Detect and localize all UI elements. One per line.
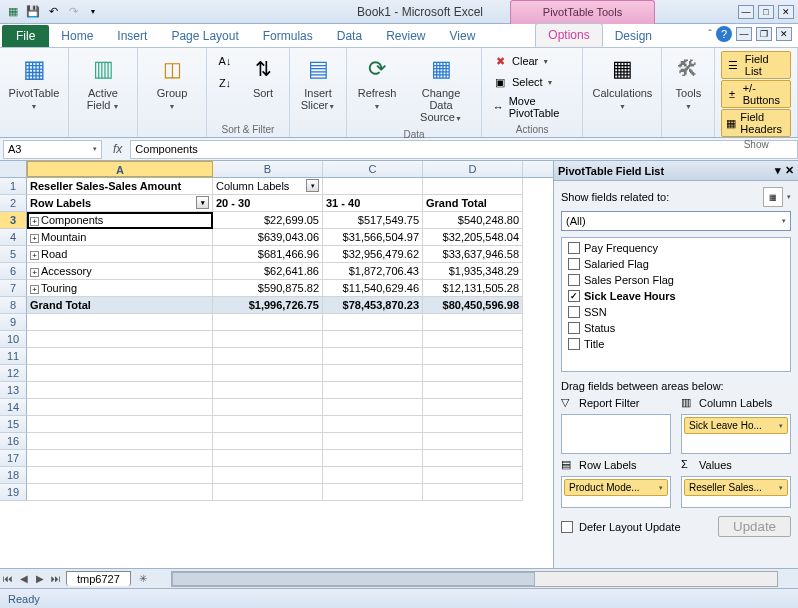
tab-options[interactable]: Options	[535, 23, 602, 47]
cell-A10[interactable]	[27, 331, 213, 348]
cell-A8[interactable]: Grand Total	[27, 297, 213, 314]
row-header[interactable]: 7	[0, 280, 27, 297]
expand-icon[interactable]: +	[30, 217, 39, 226]
cell-C16[interactable]	[323, 433, 423, 450]
select-all-corner[interactable]	[0, 161, 27, 177]
defer-checkbox[interactable]	[561, 521, 573, 533]
field-checkbox[interactable]	[568, 322, 580, 334]
tab-review[interactable]: Review	[374, 25, 437, 47]
row-header[interactable]: 6	[0, 263, 27, 280]
cell-C2[interactable]: 31 - 40	[323, 195, 423, 212]
tab-nav-last-icon[interactable]: ⏭	[48, 571, 64, 587]
tab-view[interactable]: View	[438, 25, 488, 47]
tab-nav-next-icon[interactable]: ▶	[32, 571, 48, 587]
tab-page-layout[interactable]: Page Layout	[159, 25, 250, 47]
expand-icon[interactable]: +	[30, 268, 39, 277]
field-item[interactable]: Pay Frequency	[564, 240, 788, 256]
doc-close-button[interactable]: ✕	[776, 27, 792, 41]
cell-A16[interactable]	[27, 433, 213, 450]
cell-A7[interactable]: +Touring	[27, 280, 213, 297]
cell-B3[interactable]: $22,699.05	[213, 212, 323, 229]
row-labels-zone[interactable]: Product Mode...▾	[561, 476, 671, 508]
row-header[interactable]: 16	[0, 433, 27, 450]
tools-button[interactable]: 🛠 Tools▼	[668, 51, 708, 115]
cell-C8[interactable]: $78,453,870.23	[323, 297, 423, 314]
cell-A17[interactable]	[27, 450, 213, 467]
column-labels-zone[interactable]: Sick Leave Ho...▾	[681, 414, 791, 454]
cell-C6[interactable]: $1,872,706.43	[323, 263, 423, 280]
tab-nav-prev-icon[interactable]: ◀	[16, 571, 32, 587]
pane-dropdown-icon[interactable]: ▾	[775, 164, 781, 177]
fx-icon[interactable]: fx	[105, 142, 130, 156]
name-box[interactable]: A3▾	[3, 140, 102, 159]
pivottable-button[interactable]: ▦ PivotTable▼	[6, 51, 62, 115]
row-header[interactable]: 19	[0, 484, 27, 501]
tab-insert[interactable]: Insert	[105, 25, 159, 47]
row-header[interactable]: 1	[0, 178, 27, 195]
sort-za-button[interactable]: Z↓	[213, 73, 237, 93]
cell-B12[interactable]	[213, 365, 323, 382]
cell-B1[interactable]: Column Labels▾	[213, 178, 323, 195]
cell-D8[interactable]: $80,450,596.98	[423, 297, 523, 314]
cell-D19[interactable]	[423, 484, 523, 501]
pane-close-icon[interactable]: ✕	[785, 164, 794, 177]
redo-icon[interactable]: ↷	[64, 3, 82, 21]
cell-C9[interactable]	[323, 314, 423, 331]
field-item[interactable]: Status	[564, 320, 788, 336]
cell-D6[interactable]: $1,935,348.29	[423, 263, 523, 280]
cell-A5[interactable]: +Road	[27, 246, 213, 263]
field-checkbox[interactable]	[568, 242, 580, 254]
cell-D15[interactable]	[423, 416, 523, 433]
cell-A3[interactable]: +Components	[27, 212, 213, 229]
row-header[interactable]: 15	[0, 416, 27, 433]
insert-sheet-icon[interactable]: ✳	[135, 571, 151, 587]
sort-button[interactable]: ⇅ Sort	[243, 51, 283, 101]
row-header[interactable]: 13	[0, 382, 27, 399]
cell-C11[interactable]	[323, 348, 423, 365]
move-pivottable-button[interactable]: ↔Move PivotTable	[488, 93, 576, 121]
field-item[interactable]: ✓Sick Leave Hours	[564, 288, 788, 304]
select-button[interactable]: ▣Select ▼	[488, 72, 576, 92]
cell-A18[interactable]	[27, 467, 213, 484]
cell-A12[interactable]	[27, 365, 213, 382]
field-headers-toggle[interactable]: ▦Field Headers	[721, 109, 791, 137]
cell-B9[interactable]	[213, 314, 323, 331]
sheet-tab[interactable]: tmp6727	[66, 571, 131, 586]
cell-A15[interactable]	[27, 416, 213, 433]
related-select[interactable]: (All) ▾	[561, 211, 791, 231]
cell-B16[interactable]	[213, 433, 323, 450]
field-checkbox[interactable]	[568, 258, 580, 270]
filter-button[interactable]: ▾	[306, 179, 319, 192]
sort-az-button[interactable]: A↓	[213, 51, 237, 71]
row-header[interactable]: 9	[0, 314, 27, 331]
col-header-d[interactable]: D	[423, 161, 523, 177]
cell-C10[interactable]	[323, 331, 423, 348]
cell-B4[interactable]: $639,043.06	[213, 229, 323, 246]
cell-A9[interactable]	[27, 314, 213, 331]
cell-D16[interactable]	[423, 433, 523, 450]
cell-C5[interactable]: $32,956,479.62	[323, 246, 423, 263]
cell-C15[interactable]	[323, 416, 423, 433]
cell-B14[interactable]	[213, 399, 323, 416]
save-icon[interactable]: 💾	[24, 3, 42, 21]
field-list-toggle[interactable]: ☰Field List	[721, 51, 791, 79]
tab-design[interactable]: Design	[603, 25, 664, 47]
col-header-a[interactable]: A	[27, 161, 213, 177]
group-button[interactable]: ◫ Group▼	[144, 51, 200, 115]
cell-B19[interactable]	[213, 484, 323, 501]
col-header-c[interactable]: C	[323, 161, 423, 177]
cell-B5[interactable]: $681,466.96	[213, 246, 323, 263]
cell-D5[interactable]: $33,637,946.58	[423, 246, 523, 263]
undo-icon[interactable]: ↶	[44, 3, 62, 21]
cell-C19[interactable]	[323, 484, 423, 501]
cell-D7[interactable]: $12,131,505.28	[423, 280, 523, 297]
cell-A13[interactable]	[27, 382, 213, 399]
cell-C1[interactable]	[323, 178, 423, 195]
field-item[interactable]: SSN	[564, 304, 788, 320]
doc-minimize-button[interactable]: —	[736, 27, 752, 41]
cell-A2[interactable]: Row Labels▾	[27, 195, 213, 212]
cell-C14[interactable]	[323, 399, 423, 416]
update-button[interactable]: Update	[718, 516, 791, 537]
cell-B13[interactable]	[213, 382, 323, 399]
row-labels-item[interactable]: Product Mode...▾	[564, 479, 668, 496]
